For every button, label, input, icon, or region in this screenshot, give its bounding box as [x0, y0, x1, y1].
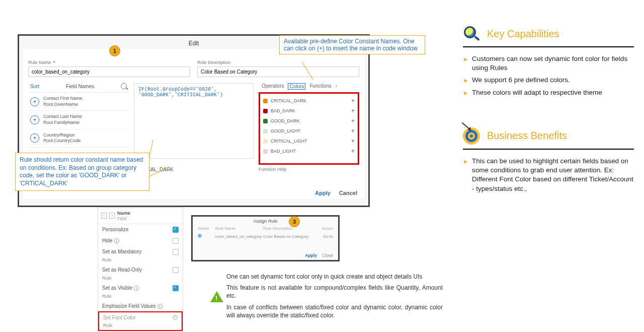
- panel-subtitle: Field: [117, 216, 126, 221]
- apply-button[interactable]: Apply: [305, 253, 317, 258]
- section-header-benefits: Business Benefits: [463, 127, 634, 150]
- section-header-capabilities: Key Capabilities: [463, 25, 634, 47]
- info-icon[interactable]: i: [114, 238, 119, 243]
- prop-personalize: Personalize: [102, 227, 128, 232]
- note-line: One can set dynamic font color only in q…: [226, 273, 443, 281]
- rule-link[interactable]: Rule: [98, 276, 183, 283]
- sort-button[interactable]: Sort: [30, 84, 39, 89]
- field-item[interactable]: + Country/RegionRoot.CountryCode: [28, 129, 129, 148]
- insert-color-button[interactable]: +: [351, 127, 355, 135]
- swatch-icon: [263, 109, 268, 113]
- rule-link[interactable]: Rule: [99, 323, 182, 330]
- bullet-icon: ➤: [463, 77, 468, 85]
- callout-colors: Available pre-define Color Constant Name…: [279, 35, 425, 54]
- capability-item: These colors will adapt to respective th…: [472, 88, 602, 97]
- checkbox[interactable]: [173, 267, 179, 273]
- color-constant-item[interactable]: GOOD_DARK+: [262, 116, 356, 126]
- color-constant-item[interactable]: CRITICAL_LIGHT+: [262, 136, 356, 146]
- col-rule-name: Rule Name: [215, 226, 263, 231]
- note-line: In case of conflicts between static/fixe…: [226, 303, 443, 319]
- benefit-list: ➤This can be used to highlight certain f…: [463, 157, 634, 193]
- magnifier-icon: [463, 25, 480, 42]
- insert-color-button[interactable]: +: [351, 97, 355, 104]
- note-line: This feature is not available for compou…: [226, 284, 443, 300]
- radio-select[interactable]: [198, 234, 202, 238]
- prop-mandatory: Set as Mandatory: [102, 249, 141, 254]
- rule-name-input[interactable]: [28, 67, 190, 77]
- rule-link[interactable]: Rule: [98, 294, 183, 301]
- info-icon[interactable]: i: [134, 286, 139, 291]
- notes: One can set dynamic font color only in q…: [226, 273, 443, 322]
- assign-rule-modal: Assign Rule Select Rule Name Rule Descri…: [191, 215, 340, 261]
- returns-label: Returns: [134, 161, 254, 166]
- plus-icon[interactable]: +: [30, 134, 39, 143]
- rule-desc-label: Rule Description: [197, 60, 359, 65]
- step-badge-1: 1: [109, 45, 120, 56]
- tab-colors[interactable]: Colors: [288, 83, 305, 90]
- rule-name-label: Rule Name *: [28, 60, 190, 65]
- info-icon[interactable]: i: [157, 304, 163, 309]
- nav-next-button[interactable]: ›: [109, 213, 115, 219]
- function-help-label: Function Help: [259, 167, 359, 172]
- goto-link[interactable]: Go to: [313, 234, 333, 239]
- swatch-icon: [263, 99, 268, 103]
- step-badge-3: 3: [289, 216, 300, 227]
- checkbox[interactable]: [173, 238, 179, 244]
- plus-icon[interactable]: +: [30, 97, 39, 106]
- search-icon[interactable]: [121, 83, 127, 89]
- color-constant-item[interactable]: GOOD_LIGHT+: [262, 126, 356, 136]
- warning-icon: [210, 291, 223, 302]
- field-names-label: Field Names: [66, 84, 94, 89]
- swatch-icon: [263, 139, 268, 144]
- insert-color-button[interactable]: +: [351, 107, 355, 114]
- helper-tabs: Operators Colors Functions ›: [259, 83, 359, 91]
- nav-prev-button[interactable]: ‹: [101, 213, 107, 219]
- cancel-button[interactable]: Cancel: [339, 190, 357, 196]
- section-title: Key Capabilities: [487, 28, 559, 40]
- checkbox[interactable]: [173, 249, 179, 255]
- close-button[interactable]: Close: [322, 253, 333, 258]
- capability-list: ➤Customers can now set dynamic font colo…: [463, 54, 634, 97]
- swatch-icon: [263, 129, 268, 134]
- checkbox[interactable]: [173, 285, 179, 291]
- col-select: Select: [198, 226, 215, 231]
- insert-color-button[interactable]: +: [351, 148, 355, 155]
- tab-functions[interactable]: Functions: [309, 83, 331, 90]
- rule-code-editor[interactable]: IF(Root.GroupCode=='0026', 'GOOD_DARK','…: [134, 83, 254, 159]
- prop-set-font-color: Set Font Color: [103, 315, 135, 320]
- callout-rule-return: Rule should return color constant name b…: [15, 153, 149, 191]
- tab-operators[interactable]: Operators: [262, 83, 284, 90]
- chevron-right-icon[interactable]: ›: [336, 83, 337, 90]
- col-action: Action: [313, 226, 333, 231]
- target-icon: [463, 127, 480, 145]
- rule-desc-input[interactable]: [197, 67, 359, 77]
- field-item[interactable]: + Contact Last NameRoot.FamilyName: [28, 111, 129, 129]
- capability-item: We support 6 pre defined colors.: [472, 76, 570, 85]
- field-item[interactable]: + Contact First NameRoot.GivenName: [28, 93, 129, 111]
- bullet-icon: ➤: [463, 55, 468, 73]
- color-constant-item[interactable]: BAD_DARK+: [262, 106, 356, 116]
- insert-color-button[interactable]: +: [351, 117, 355, 124]
- prop-hide: Hide: [102, 238, 113, 243]
- checkbox[interactable]: [173, 227, 179, 233]
- col-rule-desc: Rule Description: [263, 226, 313, 231]
- returns-value: CRITICAL_DARK: [134, 167, 254, 172]
- cell-rule-desc: Color Based on Category: [263, 234, 313, 239]
- color-constant-item[interactable]: CRITICAL_DARK+: [262, 96, 356, 106]
- prop-emphasize: Emphasize Field Values: [102, 303, 156, 309]
- rule-link[interactable]: Rule: [98, 257, 183, 264]
- panel-title: Name: [117, 210, 130, 216]
- reset-icon[interactable]: ⟲: [173, 315, 178, 320]
- color-constant-item[interactable]: BAD_LIGHT+: [262, 146, 356, 156]
- swatch-icon: [263, 149, 268, 154]
- prop-visible: Set as Visible: [102, 285, 132, 291]
- color-constants-list: CRITICAL_DARK+ BAD_DARK+ GOOD_DARK+ GOOD…: [259, 92, 359, 165]
- apply-button[interactable]: Apply: [315, 190, 331, 196]
- swatch-icon: [263, 119, 268, 123]
- modal-title: Assign Rule: [193, 217, 338, 225]
- capability-item: Customers can now set dynamic font color…: [472, 54, 634, 73]
- plus-icon[interactable]: +: [30, 115, 39, 124]
- insert-color-button[interactable]: +: [351, 138, 355, 145]
- bullet-icon: ➤: [463, 158, 468, 193]
- section-title: Business Benefits: [487, 130, 567, 142]
